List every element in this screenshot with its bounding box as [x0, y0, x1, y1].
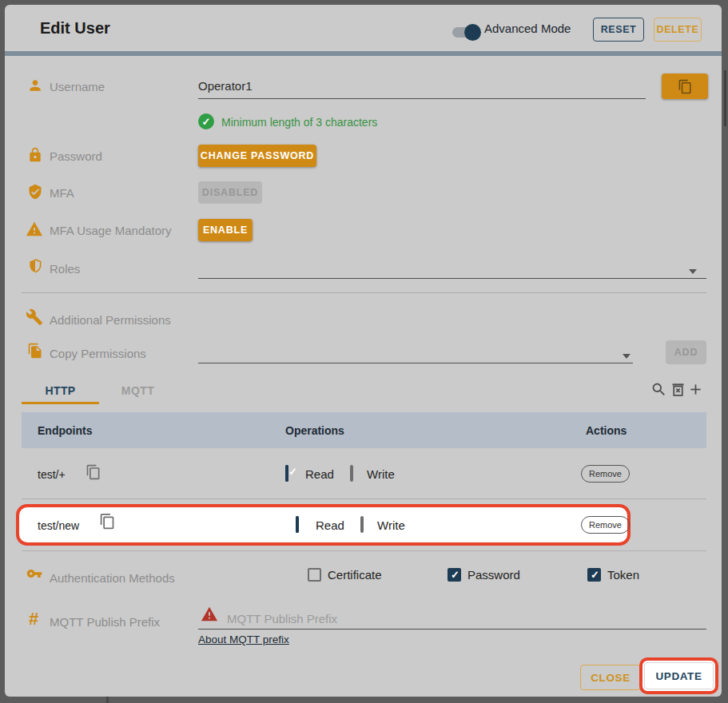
shield-half-icon: [27, 258, 43, 277]
chevron-down-icon[interactable]: [689, 269, 697, 274]
mfa-disabled-button: DISABLED: [198, 181, 262, 204]
password-checkbox[interactable]: [448, 568, 461, 582]
reset-button[interactable]: RESET: [593, 18, 644, 42]
copy-icon: [678, 79, 693, 94]
username-label: Username: [50, 80, 105, 93]
write-label: Write: [367, 467, 395, 481]
mfa-enable-button[interactable]: ENABLE: [198, 219, 253, 241]
background-divider: [106, 697, 109, 703]
endpoint-value: test/+: [38, 468, 66, 481]
table-row: test/new Read Write Remove: [22, 499, 706, 551]
copy-permissions-select[interactable]: [198, 342, 633, 363]
copy-file-icon: [27, 343, 43, 362]
section-divider: [22, 292, 706, 293]
toggle-thumb: [464, 24, 481, 41]
mfa-mandatory-label: MFA Usage Mandatory: [50, 224, 172, 237]
mqtt-prefix-label: MQTT Publish Prefix: [50, 615, 160, 629]
mqtt-prefix-input[interactable]: [198, 608, 706, 630]
add-permission-button: ADD: [666, 340, 706, 364]
check-circle-icon: ✓: [198, 113, 214, 129]
table-header: Endpoints Operations Actions: [22, 412, 706, 448]
roles-select[interactable]: [198, 257, 706, 279]
change-password-button[interactable]: CHANGE PASSWORD: [198, 145, 316, 167]
tab-mqtt[interactable]: MQTT: [99, 379, 177, 402]
wrench-icon: [26, 308, 43, 329]
certificate-checkbox[interactable]: [308, 568, 321, 582]
hash-icon: #: [29, 609, 38, 630]
read-checkbox[interactable]: [296, 516, 299, 533]
edit-user-dialog: Edit User Advanced Mode RESET DELETE Use…: [5, 5, 722, 697]
mfa-label: MFA: [50, 186, 74, 200]
token-checkbox[interactable]: [587, 568, 601, 582]
username-hint: Minimum length of 3 characters: [221, 116, 377, 129]
password-label: Password: [50, 149, 102, 163]
chevron-down-icon[interactable]: [623, 354, 631, 359]
token-label: Token: [607, 568, 639, 582]
additional-permissions-label: Additional Permissions: [50, 313, 171, 327]
add-icon[interactable]: [687, 381, 704, 398]
about-mqtt-prefix-link[interactable]: About MQTT prefix: [198, 633, 289, 645]
update-button[interactable]: UPDATE: [644, 662, 714, 689]
search-icon[interactable]: [650, 381, 667, 398]
password-label: Password: [467, 568, 520, 582]
close-button[interactable]: CLOSE: [580, 665, 641, 690]
col-actions: Actions: [586, 412, 627, 448]
lock-icon: [27, 147, 43, 166]
key-icon: [24, 566, 45, 585]
update-highlight-ring: UPDATE: [639, 657, 718, 694]
write-label: Write: [377, 518, 405, 532]
username-input[interactable]: [198, 73, 646, 99]
copy-username-button[interactable]: [662, 73, 708, 99]
read-checkbox[interactable]: [285, 465, 288, 482]
warning-triangle-icon: [26, 220, 43, 241]
auth-methods-label: Authentication Methods: [50, 571, 175, 585]
active-tab-underline: [22, 402, 99, 404]
copy-endpoint-icon[interactable]: [86, 464, 101, 483]
copy-permissions-label: Copy Permissions: [50, 347, 146, 360]
tab-http[interactable]: HTTP: [22, 379, 99, 402]
write-checkbox[interactable]: [360, 516, 364, 533]
scrollbar-thumb[interactable]: [724, 70, 726, 126]
certificate-label: Certificate: [328, 568, 382, 582]
endpoint-value: test/new: [38, 519, 79, 532]
auth-option-certificate: Certificate: [308, 568, 382, 582]
remove-button[interactable]: Remove: [581, 465, 630, 483]
header-divider: [5, 51, 722, 56]
person-icon: [27, 77, 43, 97]
advanced-mode-toggle[interactable]: [452, 27, 478, 38]
write-checkbox[interactable]: [350, 465, 353, 482]
copy-endpoint-icon[interactable]: [99, 513, 116, 533]
auth-option-password: Password: [448, 568, 520, 582]
read-label: Read: [316, 518, 344, 532]
col-operations: Operations: [285, 412, 344, 448]
delete-all-icon[interactable]: [670, 381, 686, 398]
auth-option-token: Token: [587, 568, 639, 582]
error-triangle-icon: [201, 606, 218, 626]
read-label: Read: [305, 467, 334, 481]
col-endpoints: Endpoints: [38, 412, 92, 448]
delete-button[interactable]: DELETE: [654, 18, 702, 42]
advanced-mode-label: Advanced Mode: [484, 5, 571, 51]
shield-check-icon: [27, 184, 43, 203]
table-row: test/+ Read Write Remove: [22, 448, 706, 499]
roles-label: Roles: [50, 262, 80, 276]
page-title: Edit User: [40, 5, 110, 51]
remove-button[interactable]: Remove: [581, 516, 630, 534]
